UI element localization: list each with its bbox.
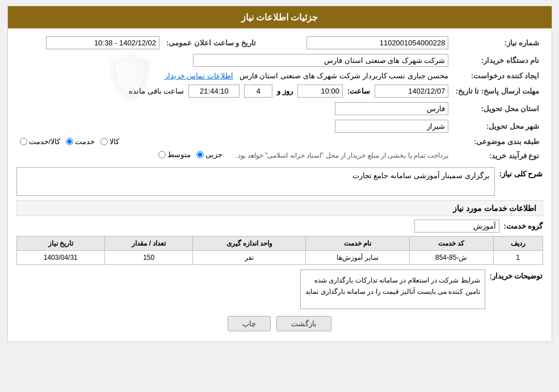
response-days-box: 4 <box>244 85 272 98</box>
response-time-label: ساعت: <box>347 87 370 95</box>
response-remaining-label: ساعت باقی مانده <box>129 87 184 95</box>
announcement-date-label: تاریخ و ساعت اعلان عمومی: <box>163 34 259 52</box>
category-option-goods-service[interactable]: کالا/خدمت <box>20 137 61 146</box>
top-info-table: شماره نیاز: 1102001054000228 تاریخ و ساع… <box>16 34 543 163</box>
category-label: طبقه بندی موضوعی: <box>452 135 543 148</box>
service-group-box: آموزش <box>414 220 499 233</box>
creator-name: محسن جباری نسب کاربردار شرکت شهرک های صن… <box>239 71 449 80</box>
col-row: ردیف <box>493 237 543 251</box>
main-container: جزئیات اطلاعات نیاز شماره نیاز: 11020010… <box>7 6 552 342</box>
category-radio-goods-service[interactable] <box>20 138 27 145</box>
need-description-box: برگزاری سمینار آموزشی سامانه جامع تجارت <box>16 167 495 196</box>
need-description-row: شرح کلی نیاز: برگزاری سمینار آموزشی ساما… <box>16 167 543 196</box>
purchase-radio-minor[interactable] <box>196 151 204 158</box>
col-name: نام خدمت <box>306 237 409 251</box>
delivery-province-label: استان محل تحویل: <box>452 100 543 117</box>
category-radio-service[interactable] <box>66 138 73 145</box>
services-section-header: اطلاعات خدمات مورد نیاز <box>16 200 543 216</box>
buttons-row: بازگشت چاپ <box>16 316 543 331</box>
response-time-box: 10:00 <box>297 85 343 98</box>
buyer-notes-line1: شرایط شرکت در استعلام در سامانه تدارکات … <box>305 275 480 286</box>
category-option3-label: کالا/خدمت <box>29 137 61 146</box>
page-title: جزئیات اطلاعات نیاز <box>241 12 318 22</box>
purchase-option-medium[interactable]: متوسط <box>158 150 191 159</box>
creator-contact-link[interactable]: اطلاعات تماس خریدار <box>165 71 233 80</box>
col-date: تاریخ نیاز <box>16 237 104 251</box>
purchase-option2-label: متوسط <box>167 150 191 159</box>
need-number-box: 1102001054000228 <box>306 36 448 49</box>
category-radio-goods[interactable] <box>100 138 108 145</box>
creator-label: ایجاد کننده درخواست: <box>452 69 543 82</box>
delivery-province-box: فارس <box>335 102 448 115</box>
category-option2-label: خدمت <box>75 137 95 146</box>
purchase-option1-label: جزیی <box>205 150 222 159</box>
page-header: جزئیات اطلاعات نیاز <box>8 6 552 28</box>
category-option-service[interactable]: خدمت <box>66 137 95 146</box>
buyer-notes-row: توضیحات خریدار: شرایط شرکت در استعلام در… <box>16 269 543 309</box>
buyer-org-value: شرکت شهرک های صنعتی استان فارس <box>193 54 448 67</box>
category-option-goods[interactable]: کالا <box>100 137 119 146</box>
need-description-text: برگزاری سمینار آموزشی سامانه جامع تجارت <box>352 171 490 180</box>
col-qty: تعداد / مقدار <box>104 237 192 251</box>
response-deadline-label: مهلت ارسال پاسخ: تا تاریخ: <box>452 82 543 100</box>
buyer-notes-line2: تامین کننده می بایست آنالیز قیمت را در س… <box>305 286 480 297</box>
delivery-city-label: شهر محل تحویل: <box>452 117 543 135</box>
delivery-city-box: شیراز <box>335 120 448 133</box>
need-description-label: شرح کلی نیاز: <box>499 167 543 178</box>
purchase-text: پرداخت تمام یا بخشی از مبلغ خریدار از مح… <box>236 150 448 161</box>
need-number-value: 1102001054000228 <box>271 34 452 52</box>
purchase-radio-medium[interactable] <box>158 151 166 158</box>
service-group-label: گروه خدمت: <box>504 222 543 230</box>
response-date-box: 1402/12/07 <box>375 85 448 98</box>
col-code: کد خدمت <box>409 237 493 251</box>
announcement-date-box: 1402/12/02 - 10:38 <box>46 36 159 49</box>
table-row: 1ش-85-854سایر آموزش‌هانفر1501403/04/31 <box>16 251 543 265</box>
main-content: شماره نیاز: 1102001054000228 تاریخ و ساع… <box>8 28 552 342</box>
print-button[interactable]: چاپ <box>228 316 271 331</box>
response-remaining-box: 21:44:10 <box>188 85 239 98</box>
buyer-notes-box: شرایط شرکت در استعلام در سامانه تدارکات … <box>300 269 485 309</box>
buyer-notes-label: توضیحات خریدار: <box>490 269 543 280</box>
announcement-date-value: 1402/12/02 - 10:38 <box>16 34 163 52</box>
purchase-option-minor[interactable]: جزیی <box>196 150 222 159</box>
purchase-type-label: نوع فرآیند خرید: <box>452 148 543 163</box>
service-group-row: گروه خدمت: آموزش <box>16 220 543 233</box>
services-table: ردیف کد خدمت نام خدمت واحد اندازه گیری ت… <box>16 236 543 265</box>
response-days-label: روز و <box>277 87 293 95</box>
need-number-label: شماره نیاز: <box>452 34 543 52</box>
buyer-org-label: نام دستگاه خریدار: <box>452 52 543 69</box>
back-button[interactable]: بازگشت <box>276 316 331 331</box>
category-option1-label: کالا <box>110 137 119 146</box>
col-unit: واحد اندازه گیری <box>193 237 306 251</box>
